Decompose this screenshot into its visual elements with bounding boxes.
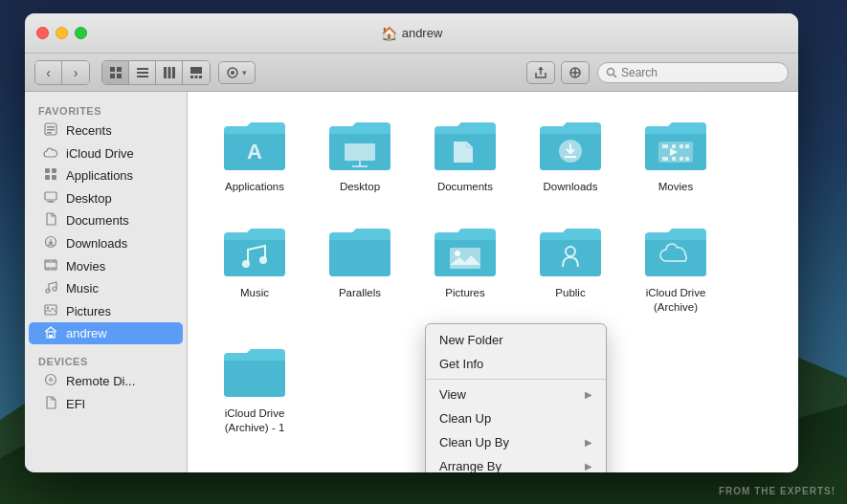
- folder-parallels-icon: [325, 221, 394, 280]
- disc-icon: [42, 373, 59, 389]
- close-button[interactable]: [36, 27, 49, 39]
- home-icon: [42, 325, 59, 341]
- file-item-desktop[interactable]: Desktop: [312, 111, 408, 198]
- file-label: Movies: [658, 180, 693, 194]
- svg-point-50: [242, 260, 250, 268]
- file-item-public[interactable]: Public: [523, 217, 618, 318]
- search-input[interactable]: [621, 66, 774, 79]
- file-label: iCloud Drive (Archive) - 1: [212, 406, 298, 435]
- menu-item-clean-up[interactable]: Clean Up: [426, 406, 606, 430]
- desktop-icon: [42, 190, 59, 206]
- file-item-parallels[interactable]: Parallels: [312, 217, 408, 318]
- folder-pictures-icon: [431, 221, 500, 280]
- finder-window: 🏠 andrew ‹ › ▾: [25, 13, 798, 472]
- svg-point-41: [46, 375, 56, 385]
- svg-point-36: [53, 287, 56, 291]
- svg-rect-27: [45, 175, 50, 180]
- traffic-lights: [36, 27, 87, 39]
- icon-view-button[interactable]: [102, 61, 129, 84]
- watermark-text: FROM THE EXPERTS!: [719, 486, 836, 496]
- file-label: Parallels: [339, 286, 381, 300]
- svg-rect-26: [52, 168, 56, 173]
- sidebar-item-downloads[interactable]: Downloads: [29, 232, 183, 254]
- icloud-icon: [42, 145, 59, 161]
- back-button[interactable]: ‹: [35, 61, 62, 84]
- svg-point-19: [608, 68, 614, 75]
- sidebar-item-documents[interactable]: Documents: [29, 209, 183, 231]
- svg-rect-25: [45, 168, 50, 173]
- sidebar-item-music[interactable]: Music: [29, 277, 183, 299]
- sidebar-music-label: Music: [66, 281, 99, 296]
- menu-item-new-folder[interactable]: New Folder: [426, 328, 606, 352]
- svg-rect-12: [195, 76, 198, 78]
- sidebar-remote-label: Remote Di...: [66, 374, 135, 388]
- folder-music-icon: [220, 221, 289, 280]
- sidebar-andrew-label: andrew: [66, 326, 107, 340]
- search-box[interactable]: [597, 62, 789, 83]
- svg-rect-52: [450, 248, 480, 269]
- folder-icloud-1-icon: [220, 341, 289, 401]
- share-button[interactable]: [526, 61, 555, 84]
- menu-item-view[interactable]: View ▶: [426, 383, 606, 406]
- svg-rect-7: [164, 67, 167, 78]
- list-view-button[interactable]: [129, 61, 156, 84]
- sidebar-item-efi[interactable]: EFI: [29, 393, 183, 415]
- submenu-arrow: ▶: [585, 437, 592, 448]
- menu-separator: [426, 379, 606, 380]
- file-label: Applications: [225, 180, 284, 194]
- file-item-icloud-archive[interactable]: iCloud Drive (Archive): [628, 217, 724, 318]
- forward-button[interactable]: ›: [62, 61, 89, 84]
- sidebar-item-desktop[interactable]: Desktop: [29, 187, 183, 208]
- sidebar-item-andrew[interactable]: andrew: [29, 322, 183, 344]
- svg-rect-9: [172, 67, 175, 78]
- sidebar: Favorites Recents iCloud Drive Applicati…: [25, 92, 188, 472]
- svg-rect-5: [137, 72, 148, 74]
- sidebar-item-icloud[interactable]: iCloud Drive: [29, 142, 183, 164]
- file-item-icloud-archive-1[interactable]: iCloud Drive (Archive) - 1: [207, 338, 302, 439]
- svg-rect-2: [110, 74, 115, 78]
- sidebar-item-movies[interactable]: Movies: [29, 255, 183, 276]
- sidebar-item-recents[interactable]: Recents: [29, 120, 183, 142]
- sidebar-item-applications[interactable]: Applications: [29, 164, 183, 186]
- menu-item-clean-up-by[interactable]: Clean Up By ▶: [426, 430, 606, 454]
- nav-buttons: ‹ ›: [34, 60, 90, 85]
- svg-rect-28: [52, 175, 56, 180]
- column-view-button[interactable]: [156, 61, 183, 84]
- file-item-applications[interactable]: A Applications: [207, 111, 302, 198]
- folder-movies-icon: [641, 115, 710, 174]
- window-title: 🏠 andrew: [381, 26, 443, 41]
- sidebar-item-remote-disc[interactable]: Remote Di...: [29, 370, 183, 392]
- svg-rect-10: [190, 67, 202, 74]
- submenu-arrow: ▶: [585, 461, 592, 471]
- file-label: iCloud Drive (Archive): [633, 286, 719, 315]
- search-icon: [606, 67, 617, 78]
- file-label: Downloads: [544, 180, 598, 194]
- file-item-music[interactable]: Music: [207, 217, 302, 318]
- file-item-downloads[interactable]: Downloads: [523, 111, 618, 198]
- menu-item-get-info[interactable]: Get Info: [426, 352, 606, 376]
- svg-rect-8: [167, 67, 170, 78]
- file-item-documents[interactable]: Documents: [417, 111, 513, 198]
- svg-point-15: [231, 71, 234, 75]
- gallery-view-button[interactable]: [183, 61, 210, 84]
- folder-icloud-icon: [641, 221, 710, 280]
- menu-item-arrange-by[interactable]: Arrange By ▶: [426, 454, 606, 472]
- action-buttons: [526, 61, 590, 84]
- folder-downloads-icon: [536, 115, 605, 174]
- folder-documents-icon: [431, 115, 500, 174]
- file-item-movies[interactable]: Movies: [628, 111, 724, 198]
- folder-desktop-icon: [325, 115, 394, 174]
- tag-button[interactable]: [561, 61, 590, 84]
- svg-text:A: A: [247, 140, 262, 164]
- svg-line-20: [613, 75, 616, 77]
- maximize-button[interactable]: [75, 27, 87, 39]
- minimize-button[interactable]: [56, 27, 68, 39]
- arrange-button[interactable]: ▾: [218, 61, 256, 84]
- sidebar-item-pictures[interactable]: Pictures: [29, 300, 183, 321]
- applications-icon: [42, 167, 59, 184]
- file-item-pictures[interactable]: Pictures: [417, 217, 513, 318]
- title-label: andrew: [402, 26, 443, 40]
- title-icon: 🏠: [381, 26, 397, 41]
- svg-rect-6: [137, 76, 148, 77]
- pictures-icon: [42, 303, 59, 318]
